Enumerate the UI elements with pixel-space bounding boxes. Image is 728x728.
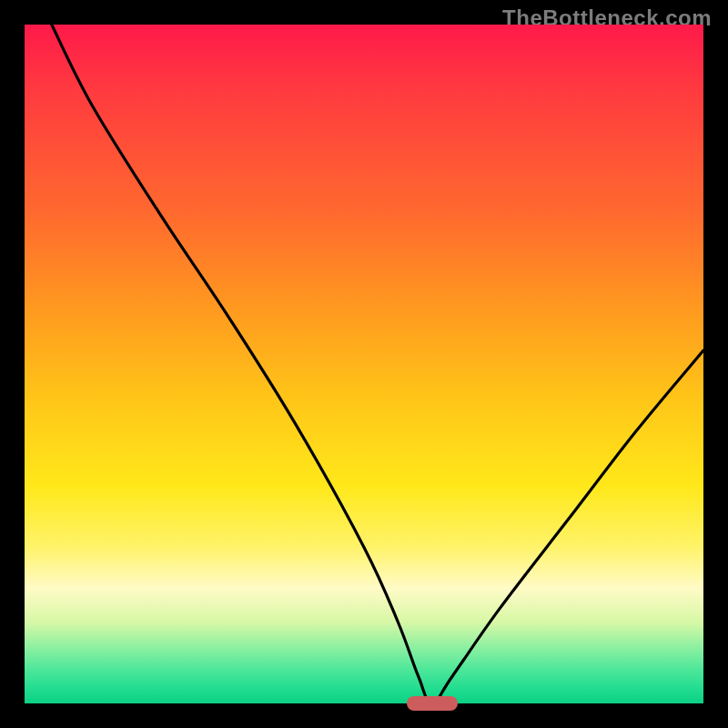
chart-frame: TheBottleneck.com <box>0 0 728 728</box>
bottleneck-curve <box>25 25 703 703</box>
plot-area <box>25 25 703 703</box>
minimum-marker <box>407 696 458 711</box>
